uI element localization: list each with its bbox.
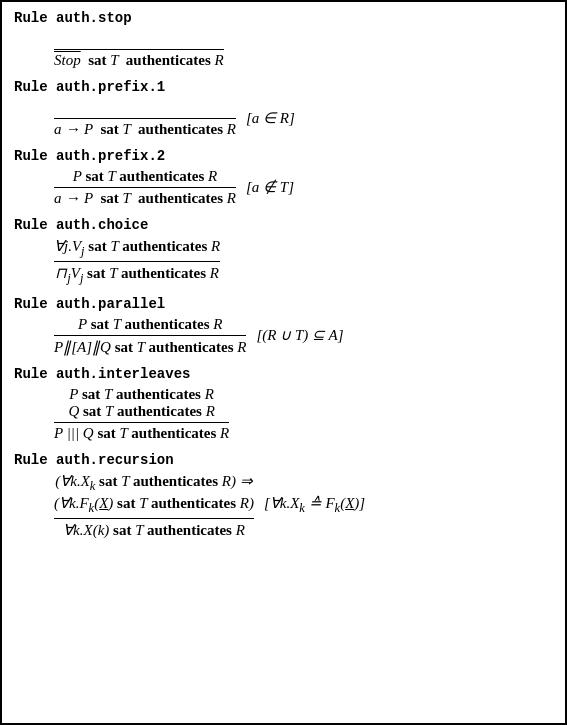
rule-title-auth-prefix-2: Rule auth.prefix.2 [14,148,553,164]
fraction-auth-interleaves: P sat T authenticates R Q sat T authenti… [54,386,229,442]
rule-title-auth-choice: Rule auth.choice [14,217,553,233]
rule-keyword: Rule [14,79,48,95]
denominator-auth-prefix-1: a → P sat T authenticates R [54,119,236,138]
fraction-auth-stop: Stop sat T authenticates R [54,30,224,69]
numerator-auth-prefix-2: P sat T authenticates R [73,168,218,187]
rec-num-line-1: (∀k.Xk sat T authenticates R) ⇒ [55,472,253,494]
num-line-1: P sat T authenticates R [69,386,214,403]
inference-auth-recursion: (∀k.Xk sat T authenticates R) ⇒ (∀k.Fk(X… [54,472,553,539]
rule-title-auth-stop: Rule auth.stop [14,10,553,26]
fraction-auth-parallel: P sat T authenticates R P‖[A]‖Q sat T au… [54,316,246,356]
fraction-auth-prefix-2: P sat T authenticates R a → P sat T auth… [54,168,236,207]
rule-title-auth-interleaves: Rule auth.interleaves [14,366,553,382]
rule-keyword: Rule [14,452,48,468]
numerator-auth-recursion: (∀k.Xk sat T authenticates R) ⇒ (∀k.Fk(X… [54,472,254,518]
side-condition-auth-prefix-2: [a ∉ T] [246,178,294,198]
inference-auth-prefix-2: P sat T authenticates R a → P sat T auth… [54,168,553,207]
rule-auth-stop: Rule auth.stop Stop sat T authenticates … [14,10,553,69]
authenticates-keyword: authenticates [126,52,211,68]
denominator-auth-choice: ⊓jVj sat T authenticates R [55,262,219,286]
rule-keyword: Rule [14,217,48,233]
rec-num-line-2: (∀k.Fk(X) sat T authenticates R) [54,494,254,516]
side-condition-auth-parallel: [(R ∪ T) ⊆ A] [256,326,343,346]
rule-title-auth-recursion: Rule auth.recursion [14,452,553,468]
inference-auth-interleaves: P sat T authenticates R Q sat T authenti… [54,386,553,442]
numerator-auth-prefix-1 [143,99,147,118]
numerator-auth-interleaves: P sat T authenticates R Q sat T authenti… [68,386,214,422]
denominator-auth-stop: Stop sat T authenticates R [54,50,224,69]
rule-auth-choice: Rule auth.choice ∀j.Vj sat T authenticat… [14,217,553,286]
fraction-auth-recursion: (∀k.Xk sat T authenticates R) ⇒ (∀k.Fk(X… [54,472,254,539]
inference-auth-prefix-1: a → P sat T authenticates R [a ∈ R] [54,99,553,138]
numerator-auth-choice: ∀j.Vj sat T authenticates R [54,237,220,261]
inference-auth-parallel: P sat T authenticates R P‖[A]‖Q sat T au… [54,316,553,356]
rule-auth-prefix-1: Rule auth.prefix.1 a → P sat T authentic… [14,79,553,138]
fraction-auth-prefix-1: a → P sat T authenticates R [54,99,236,138]
side-condition-auth-prefix-1: [a ∈ R] [246,109,295,129]
rule-title-auth-prefix-1: Rule auth.prefix.1 [14,79,553,95]
rule-keyword: Rule [14,148,48,164]
denominator-auth-parallel: P‖[A]‖Q sat T authenticates R [54,336,246,356]
numerator-auth-stop [137,30,141,49]
side-condition-auth-recursion: [∀k.Xk ≙ Fk(X)] [264,494,365,518]
inference-auth-choice: ∀j.Vj sat T authenticates R ⊓jVj sat T a… [54,237,553,286]
numerator-auth-parallel: P sat T authenticates R [78,316,223,335]
rule-keyword: Rule [14,10,48,26]
denominator-auth-interleaves: P ||| Q sat T authenticates R [54,423,229,442]
rule-auth-prefix-2: Rule auth.prefix.2 P sat T authenticates… [14,148,553,207]
rule-title-auth-parallel: Rule auth.parallel [14,296,553,312]
num-line-2: Q sat T authenticates R [68,403,214,420]
fraction-auth-choice: ∀j.Vj sat T authenticates R ⊓jVj sat T a… [54,237,220,286]
page: Rule auth.stop Stop sat T authenticates … [0,0,567,725]
rule-keyword: Rule [14,366,48,382]
rule-auth-recursion: Rule auth.recursion (∀k.Xk sat T authent… [14,452,553,539]
denominator-auth-prefix-2: a → P sat T authenticates R [54,188,236,207]
rule-auth-parallel: Rule auth.parallel P sat T authenticates… [14,296,553,356]
rule-keyword: Rule [14,296,48,312]
inference-auth-stop: Stop sat T authenticates R [54,30,553,69]
denominator-auth-recursion: ∀k.X(k) sat T authenticates R [63,519,245,539]
sat-keyword: sat [88,52,106,68]
T-var: T [110,52,118,68]
R-var: R [215,52,224,68]
stop-term: Stop [54,52,81,69]
rule-auth-interleaves: Rule auth.interleaves P sat T authentica… [14,366,553,442]
